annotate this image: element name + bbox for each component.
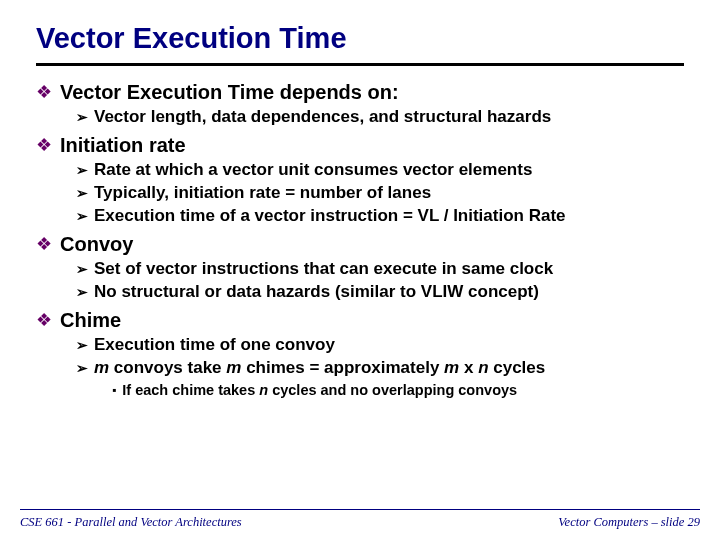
txt: chimes = approximately — [241, 358, 444, 377]
bullet-text: Convoy — [60, 232, 133, 256]
subbullet-text: Execution time of one convoy — [94, 335, 335, 355]
slide: Vector Execution Time ❖ Vector Execution… — [0, 0, 720, 540]
arrow-icon: ➢ — [76, 259, 88, 279]
var-n: n — [478, 358, 488, 377]
arrow-icon: ➢ — [76, 206, 88, 226]
slide-body: ❖ Vector Execution Time depends on: ➢ Ve… — [36, 80, 684, 399]
arrow-icon: ➢ — [76, 358, 88, 378]
footer-right: Vector Computers – slide 29 — [558, 515, 700, 530]
subbullet-rate-def: ➢ Rate at which a vector unit consumes v… — [76, 160, 684, 180]
subbullet-text: Typically, initiation rate = number of l… — [94, 183, 431, 203]
txt: cycles and no overlapping convoys — [268, 382, 517, 398]
txt: cycles — [489, 358, 546, 377]
txt: x — [459, 358, 478, 377]
subbullet-text: Rate at which a vector unit consumes vec… — [94, 160, 532, 180]
subbullet-text: Set of vector instructions that can exec… — [94, 259, 553, 279]
txt: convoys take — [109, 358, 226, 377]
bullet-depends-on: ❖ Vector Execution Time depends on: — [36, 80, 684, 104]
diamond-icon: ❖ — [36, 232, 52, 256]
diamond-icon: ❖ — [36, 133, 52, 157]
subbullet-convoy-def: ➢ Set of vector instructions that can ex… — [76, 259, 684, 279]
square-icon: ▪ — [112, 381, 116, 399]
diamond-icon: ❖ — [36, 308, 52, 332]
bullet-convoy: ❖ Convoy — [36, 232, 684, 256]
diamond-icon: ❖ — [36, 80, 52, 104]
subbullet-text: No structural or data hazards (similar t… — [94, 282, 539, 302]
subbullet-text: Vector length, data dependences, and str… — [94, 107, 551, 127]
subbullet-chime-def: ➢ Execution time of one convoy — [76, 335, 684, 355]
bullet-text: Initiation rate — [60, 133, 186, 157]
var-m: m — [94, 358, 109, 377]
arrow-icon: ➢ — [76, 107, 88, 127]
subbullet-text: m convoys take m chimes = approximately … — [94, 358, 545, 378]
arrow-icon: ➢ — [76, 183, 88, 203]
bullet-chime: ❖ Chime — [36, 308, 684, 332]
subbullet-text: Execution time of a vector instruction =… — [94, 206, 566, 226]
var-m: m — [226, 358, 241, 377]
arrow-icon: ➢ — [76, 160, 88, 180]
arrow-icon: ➢ — [76, 335, 88, 355]
txt: If each chime takes — [122, 382, 259, 398]
footer: CSE 661 - Parallel and Vector Architectu… — [0, 515, 720, 530]
var-m: m — [444, 358, 459, 377]
subbullet-exec-time: ➢ Execution time of a vector instruction… — [76, 206, 684, 226]
arrow-icon: ➢ — [76, 282, 88, 302]
subsubbullet-chime-cond: ▪ If each chime takes n cycles and no ov… — [112, 381, 684, 399]
bullet-initiation-rate: ❖ Initiation rate — [36, 133, 684, 157]
slide-title: Vector Execution Time — [36, 22, 684, 66]
bullet-text: Vector Execution Time depends on: — [60, 80, 399, 104]
subbullet-convoy-hazards: ➢ No structural or data hazards (similar… — [76, 282, 684, 302]
subsubbullet-text: If each chime takes n cycles and no over… — [122, 381, 517, 399]
bullet-text: Chime — [60, 308, 121, 332]
var-n: n — [259, 382, 268, 398]
subbullet-chime-formula: ➢ m convoys take m chimes = approximatel… — [76, 358, 684, 378]
footer-left: CSE 661 - Parallel and Vector Architectu… — [20, 515, 242, 530]
subbullet-rate-lanes: ➢ Typically, initiation rate = number of… — [76, 183, 684, 203]
subbullet-deps: ➢ Vector length, data dependences, and s… — [76, 107, 684, 127]
footer-divider — [20, 509, 700, 510]
